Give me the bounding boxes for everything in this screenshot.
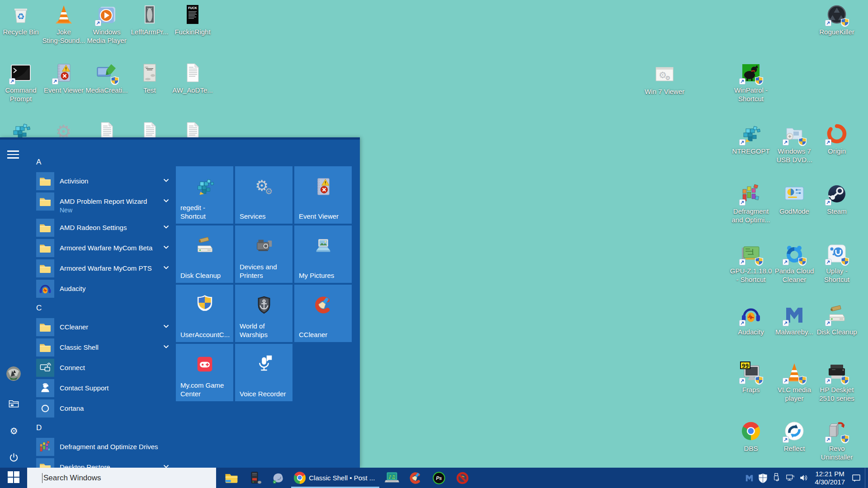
chevron-down-icon[interactable] [163,199,169,203]
start-menu-item-armored-warfare-mycom-pts[interactable]: Armored Warfare MyCom PTS [29,259,175,280]
taskbar-app-music-app[interactable]: ♪♫ [380,468,404,488]
svg-text:99: 99 [742,362,749,369]
svg-text:♻: ♻ [17,11,24,21]
taskbar-app-teamspeak[interactable] [267,468,290,488]
rail-power-button[interactable] [6,450,21,465]
start-menu-section-header-c[interactable]: C [36,304,42,313]
start-menu-item-activision[interactable]: Activision [29,172,175,192]
start-menu-item-audacity[interactable]: Audacity [29,280,175,300]
chevron-down-icon[interactable] [163,178,169,183]
chevron-down-icon[interactable] [163,324,169,328]
desktop-icon-origin[interactable]: Origin [810,123,864,155]
tile-my-pictures[interactable]: My Pictures [294,225,352,283]
desktop-icon-label: WinPatrol -Shortcut [734,86,768,103]
desktop-icon-roguekiller[interactable]: RogueKiller [810,4,864,36]
tile-my-com-game[interactable]: My.com GameCenter [176,344,233,401]
desktop-icon-label: Uplay -Shortcut [824,267,849,284]
chevron-down-icon[interactable] [163,266,169,270]
desktop-icon-label: MediaCreati... [85,86,127,94]
show-desktop-button[interactable] [865,468,868,488]
disk-cleanup-icon [826,304,848,325]
tile-useraccountc[interactable]: UserAccountC... [176,285,233,342]
taskbar-clock[interactable]: 12:21 PM 4/30/2017 [810,470,849,486]
uac-shield-icon [840,375,849,385]
taskbar-search[interactable] [27,468,216,488]
start-menu-item-label: Defragment and Optimize Drives [60,442,158,451]
desktop-icon-uplay[interactable]: Uplay -Shortcut [810,243,864,284]
taskbar-app-photoscape[interactable]: Ps [427,468,451,488]
desktop-icon-revo[interactable]: RevoUninstaller [810,420,864,461]
search-input[interactable] [43,474,206,483]
desktop-icon-fuckinright[interactable]: FUCKFuckinRight [165,4,220,36]
desktop-icon-steam[interactable]: Steam [810,183,864,216]
printer-icon [826,361,848,383]
start-menu-item-connect[interactable]: Connect [29,359,175,379]
malwarebytes-tray-button[interactable] [742,468,756,488]
traffic-cone-icon [53,4,75,25]
action-center-button[interactable] [849,468,863,488]
chevron-down-icon[interactable] [163,345,169,349]
teamspeak-icon [271,471,286,485]
taskbar-app-file-explorer[interactable] [220,468,243,488]
recycle-bin-icon: ♻ [10,4,32,25]
hamburger-menu-button[interactable] [7,150,19,159]
start-menu-item-label: CCleaner [60,323,88,331]
chevron-down-icon[interactable] [163,225,169,229]
start-menu-section-header-d[interactable]: D [36,423,42,432]
tile-regedit[interactable]: regedit -Shortcut [176,166,233,224]
tile-disk-cleanup[interactable]: Disk Cleanup [176,225,233,283]
start-menu-item-defragment-and-optimize-drives[interactable]: Defragment and Optimize Drives [29,438,175,458]
event-viewer-icon [53,62,75,84]
desktop-icon-winpatrol[interactable]: WinPatrol -Shortcut [724,62,778,103]
media-player-icon [96,4,118,25]
start-button[interactable] [0,468,27,488]
start-menu-item-armored-warfare-mycom-beta[interactable]: Armored Warfare MyCom Beta [29,239,175,259]
tile-devices-and[interactable]: Devices andPrinters [235,225,292,283]
rail-avatar-button[interactable] [6,366,21,381]
malwarebytes-icon [783,304,805,325]
chevron-down-icon[interactable] [163,465,169,468]
desktop-icon-disk-cleanup[interactable]: Disk Cleanup [810,304,864,336]
taskbar-app-chrome-classic-shell[interactable]: Classic Shell • Post ... [290,468,380,488]
contact-support-icon [36,379,54,397]
svg-text:FUCK: FUCK [188,6,197,9]
audacity-icon [740,304,762,325]
start-menu-item-label: Connect [60,363,85,372]
start-menu-item-desktop-restore[interactable]: Desktop Restore [29,458,175,468]
desktop-icon-aw-aodte[interactable]: AW_AoDTe... [165,62,220,94]
defender-tray-button[interactable] [756,468,769,488]
usb-tray-button[interactable] [769,468,783,488]
desktop-icon-win-7-viewer[interactable]: ⚙⚙Win 7 Viewer [637,63,692,96]
tile-label: UserAccountC... [180,330,231,339]
reflect-icon [783,420,805,442]
rail-file-explorer-button[interactable] [6,396,21,411]
start-menu-item-amd-problem-report-wizard[interactable]: AMD Problem Report WizardNew [29,192,175,219]
start-menu-item-contact-support[interactable]: Contact Support [29,379,175,399]
taskbar-app-ccleaner[interactable] [404,468,427,488]
taskbar-app-ad-blocker[interactable] [451,468,474,488]
windows-desktop: { "colors": { "desktop_bg": "#7BCEC5", "… [0,0,868,488]
tile-world-of[interactable]: World ofWarships [235,285,292,342]
defender-icon [758,473,768,483]
start-menu-item-amd-radeon-settings[interactable]: AMD Radeon Settings [29,219,175,239]
taskbar-app-pc-tower-app[interactable] [243,468,267,488]
ps-circle-icon: Ps [432,471,446,485]
tray-icons [742,468,810,488]
rail-settings-button[interactable]: ⚙ [6,423,21,438]
no-entry-icon [455,471,470,485]
start-menu-item-classic-shell[interactable]: Classic Shell [29,338,175,359]
desktop-icon-hp-deskjet[interactable]: HP Deskjet2510 series [810,361,864,403]
chevron-down-icon[interactable] [163,245,169,249]
tile-voice-recorder[interactable]: Voice Recorder [235,344,292,401]
start-menu-section-header-a[interactable]: A [36,158,41,167]
tile-event-viewer[interactable]: Event Viewer [294,166,352,224]
start-menu-item-cortana[interactable]: Cortana [29,399,175,420]
uac-shield-icon [840,434,849,443]
tile-services[interactable]: ⚙⚙Services [235,166,292,224]
new-badge: New [60,206,72,214]
start-menu-item-ccleaner[interactable]: CCleaner [29,318,175,338]
tile-ccleaner[interactable]: CCleaner [294,285,352,342]
panda-icon [783,243,805,264]
volume-tray-button[interactable] [797,468,810,488]
network-tray-button[interactable] [783,468,797,488]
